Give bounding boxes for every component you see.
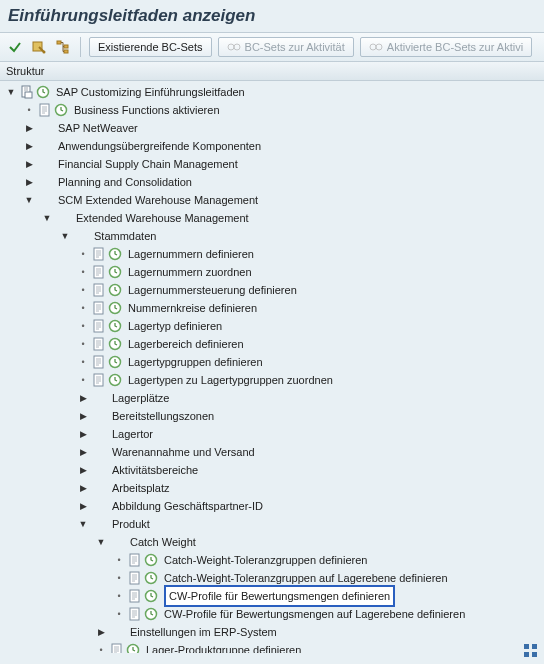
tree-item[interactable]: •Lagernummersteuerung definieren: [0, 281, 544, 299]
tree-item-label[interactable]: Produkt: [110, 515, 152, 533]
expand-icon[interactable]: ▶: [76, 481, 90, 495]
tree-item-label[interactable]: Business Functions aktivieren: [72, 101, 222, 119]
expand-icon[interactable]: ▶: [76, 445, 90, 459]
doc-icon[interactable]: [92, 265, 106, 279]
activity-icon[interactable]: [144, 553, 158, 567]
collapse-icon[interactable]: ▼: [4, 85, 18, 99]
existing-bcsets-button[interactable]: Existierende BC-Sets: [89, 37, 212, 57]
tree-item[interactable]: ▼SCM Extended Warehouse Management: [0, 191, 544, 209]
activity-icon[interactable]: [108, 283, 122, 297]
tree-item-label[interactable]: CW-Profile für Bewertungsmengen auf Lage…: [162, 605, 467, 623]
tree-item-label[interactable]: Lagertor: [110, 425, 155, 443]
tree-view[interactable]: ▼SAP Customizing Einführungsleitfaden•Bu…: [0, 81, 544, 653]
collapse-icon[interactable]: ▼: [22, 193, 36, 207]
tree-item-label[interactable]: Catch Weight: [128, 533, 198, 551]
activity-icon[interactable]: [108, 319, 122, 333]
tree-item-label[interactable]: Stammdaten: [92, 227, 158, 245]
expand-icon[interactable]: ▶: [76, 427, 90, 441]
tree-item[interactable]: ▶Planning and Consolidation: [0, 173, 544, 191]
tree-item-label[interactable]: Lagernummern definieren: [126, 245, 256, 263]
doc-icon[interactable]: [128, 571, 142, 585]
tree-item[interactable]: •Catch-Weight-Toleranzgruppen definieren: [0, 551, 544, 569]
tree-item[interactable]: ▶Lagerplätze: [0, 389, 544, 407]
doc-stack-icon[interactable]: [20, 85, 34, 99]
expand-icon[interactable]: ▶: [22, 121, 36, 135]
activated-bcsets-button[interactable]: Aktivierte BC-Sets zur Aktivi: [360, 37, 532, 57]
tree-item-label[interactable]: Financial Supply Chain Management: [56, 155, 240, 173]
tree-item-label[interactable]: Aktivitätsbereiche: [110, 461, 200, 479]
activity-icon[interactable]: [108, 355, 122, 369]
tree-icon[interactable]: [54, 38, 72, 56]
doc-icon[interactable]: [92, 355, 106, 369]
expand-icon[interactable]: ▶: [76, 391, 90, 405]
expand-icon[interactable]: ▶: [94, 625, 108, 639]
activity-icon[interactable]: [144, 571, 158, 585]
tree-item[interactable]: ▼SAP Customizing Einführungsleitfaden: [0, 83, 544, 101]
tree-item-selected[interactable]: •CW-Profile für Bewertungsmengen definie…: [0, 587, 544, 605]
tree-item[interactable]: ▼Produkt: [0, 515, 544, 533]
doc-icon[interactable]: [92, 319, 106, 333]
tree-item[interactable]: •Lagertypgruppen definieren: [0, 353, 544, 371]
doc-icon[interactable]: [92, 301, 106, 315]
tree-item-label[interactable]: CW-Profile für Bewertungsmengen definier…: [164, 585, 395, 607]
tree-item[interactable]: ▼Catch Weight: [0, 533, 544, 551]
expand-icon[interactable]: ▶: [76, 463, 90, 477]
tree-item[interactable]: ▶SAP NetWeaver: [0, 119, 544, 137]
tree-item-label[interactable]: Lagertyp definieren: [126, 317, 224, 335]
tree-item[interactable]: •Business Functions aktivieren: [0, 101, 544, 119]
doc-icon[interactable]: [38, 103, 52, 117]
tree-item[interactable]: ▼Extended Warehouse Management: [0, 209, 544, 227]
tree-item-label[interactable]: SAP NetWeaver: [56, 119, 140, 137]
tree-item-label[interactable]: Lager-Produktgruppe definieren: [144, 641, 303, 653]
expand-icon[interactable]: ▶: [22, 175, 36, 189]
doc-icon[interactable]: [92, 373, 106, 387]
tree-item-label[interactable]: Lagerbereich definieren: [126, 335, 246, 353]
tree-item[interactable]: ▶Einstellungen im ERP-System: [0, 623, 544, 641]
doc-icon[interactable]: [128, 589, 142, 603]
doc-icon[interactable]: [92, 337, 106, 351]
collapse-icon[interactable]: ▼: [94, 535, 108, 549]
tree-item-label[interactable]: Lagertypgruppen definieren: [126, 353, 265, 371]
collapse-icon[interactable]: ▼: [58, 229, 72, 243]
tree-item-label[interactable]: Lagertypen zu Lagertypgruppen zuordnen: [126, 371, 335, 389]
activity-icon[interactable]: [108, 265, 122, 279]
tree-item[interactable]: •Lagernummern zuordnen: [0, 263, 544, 281]
activity-icon[interactable]: [144, 589, 158, 603]
tree-item-label[interactable]: Warenannahme und Versand: [110, 443, 257, 461]
bcsets-activity-button[interactable]: BC-Sets zur Aktivität: [218, 37, 354, 57]
expand-icon[interactable]: ▶: [76, 409, 90, 423]
expand-icon[interactable]: ▶: [22, 157, 36, 171]
doc-icon[interactable]: [92, 283, 106, 297]
tree-item[interactable]: •Nummernkreise definieren: [0, 299, 544, 317]
tree-item-label[interactable]: Arbeitsplatz: [110, 479, 171, 497]
tree-item-label[interactable]: Nummernkreise definieren: [126, 299, 259, 317]
doc-icon[interactable]: [128, 607, 142, 621]
tree-item[interactable]: ▶Aktivitätsbereiche: [0, 461, 544, 479]
tree-item-label[interactable]: Extended Warehouse Management: [74, 209, 251, 227]
tree-item[interactable]: ▶Anwendungsübergreifende Komponenten: [0, 137, 544, 155]
tree-item[interactable]: ▶Arbeitsplatz: [0, 479, 544, 497]
where-used-icon[interactable]: [30, 38, 48, 56]
check-icon[interactable]: [6, 38, 24, 56]
tree-item[interactable]: ▶Financial Supply Chain Management: [0, 155, 544, 173]
tree-item-label[interactable]: Planning and Consolidation: [56, 173, 194, 191]
doc-icon[interactable]: [92, 247, 106, 261]
tree-item-label[interactable]: Abbildung Geschäftspartner-ID: [110, 497, 265, 515]
tree-item-label[interactable]: Einstellungen im ERP-System: [128, 623, 279, 641]
doc-icon[interactable]: [110, 643, 124, 653]
tree-item[interactable]: ▶Lagertor: [0, 425, 544, 443]
tree-item[interactable]: ▼Stammdaten: [0, 227, 544, 245]
tree-item-label[interactable]: Lagernummern zuordnen: [126, 263, 254, 281]
tree-item-label[interactable]: Bereitstellungszonen: [110, 407, 216, 425]
collapse-icon[interactable]: ▼: [40, 211, 54, 225]
collapse-icon[interactable]: ▼: [76, 517, 90, 531]
activity-icon[interactable]: [108, 247, 122, 261]
tree-item[interactable]: •Lagerbereich definieren: [0, 335, 544, 353]
tree-item-label[interactable]: Lagernummersteuerung definieren: [126, 281, 299, 299]
expand-icon[interactable]: ▶: [22, 139, 36, 153]
activity-icon[interactable]: [144, 607, 158, 621]
tree-item[interactable]: •Lagertypen zu Lagertypgruppen zuordnen: [0, 371, 544, 389]
expand-icon[interactable]: ▶: [76, 499, 90, 513]
activity-icon[interactable]: [108, 301, 122, 315]
tree-item[interactable]: ▶Warenannahme und Versand: [0, 443, 544, 461]
